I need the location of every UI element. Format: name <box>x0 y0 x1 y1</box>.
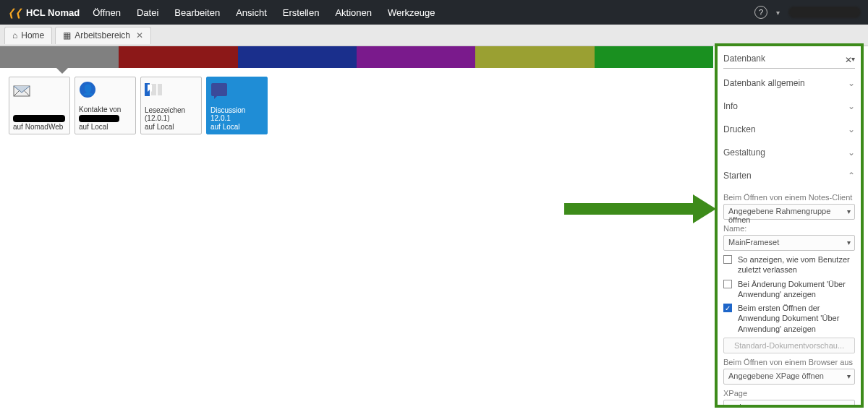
chk-restore-last-label: So anzeigen, wie vom Benutzer zuletzt ve… <box>738 254 855 275</box>
section-info-label: Info <box>723 101 738 111</box>
section-start-label: Starten <box>723 171 752 181</box>
menu-view[interactable]: Ansicht <box>236 7 267 18</box>
chk-first-open-about-label: Beim ersten Öffnen der Anwendung Dokumen… <box>738 303 855 334</box>
ws-page-green[interactable] <box>595 46 713 68</box>
tab-home[interactable]: ⌂ Home <box>4 27 52 44</box>
help-icon[interactable]: ? <box>754 6 767 19</box>
chk-first-open-about[interactable]: ✓ Beim ersten Öffnen der Anwendung Dokum… <box>723 303 855 334</box>
annotation-arrow <box>564 199 716 218</box>
section-print[interactable]: Drucken ⌄ <box>723 118 855 141</box>
chk-on-change-about[interactable]: Bei Änderung Dokument 'Über Anwendung' a… <box>723 279 855 300</box>
tile-discussion-sub: auf Local <box>210 123 263 132</box>
properties-panel: ✕ Datenbank ▾ Datenbank allgemein ⌄ Info… <box>718 46 861 405</box>
section-db-general[interactable]: Datenbank allgemein ⌄ <box>723 72 855 95</box>
ws-page-gray[interactable] <box>0 46 119 68</box>
ws-page-olive[interactable] <box>475 46 594 68</box>
chevron-down-icon: ⌄ <box>848 78 855 88</box>
checkbox-icon <box>723 280 732 288</box>
menubar-right: ? ▾ <box>754 6 861 19</box>
open-notes-select[interactable]: Angegebene Rahmengruppe öffnen ▾ <box>723 204 855 220</box>
workspace-icon: ▦ <box>63 30 71 40</box>
menu-open[interactable]: Öffnen <box>93 7 121 18</box>
menu-items: Öffnen Datei Bearbeiten Ansicht Erstelle… <box>93 7 435 18</box>
chevron-down-icon: ⌄ <box>848 101 855 111</box>
frameset-name-label: Name: <box>723 224 855 233</box>
home-icon: ⌂ <box>12 30 17 40</box>
bookmarks-icon <box>145 81 162 98</box>
section-design-label: Gestaltung <box>723 147 765 158</box>
xpage-value: main.xsp <box>728 403 760 405</box>
tab-home-label: Home <box>21 30 44 40</box>
properties-panel-highlight: ✕ Datenbank ▾ Datenbank allgemein ⌄ Info… <box>715 43 864 408</box>
menu-tools[interactable]: Werkzeuge <box>388 7 435 18</box>
contacts-icon: 👤 <box>79 81 96 98</box>
tile-contacts[interactable]: 👤 Kontakte von auf Local <box>75 77 136 134</box>
brand-logo-icon: ❬❬ <box>7 7 22 18</box>
section-print-label: Drucken <box>723 124 756 134</box>
brand-title: HCL Nomad <box>26 7 80 18</box>
tab-workspace-label: Arbeitsbereich <box>75 30 130 40</box>
tile-discussion-line1: Discussion 12.0.1 <box>210 106 263 123</box>
menu-edit[interactable]: Bearbeiten <box>174 7 220 18</box>
tile-contacts-redacted <box>79 115 119 122</box>
tile-discussion[interactable]: Discussion 12.0.1 auf Local <box>206 77 268 134</box>
close-icon[interactable]: ✕ <box>136 30 143 40</box>
section-start-body: Beim Öffnen von einem Notes-Client Angeg… <box>723 187 855 405</box>
tile-mail-sub: auf NomadWeb <box>13 123 66 132</box>
chk-restore-last[interactable]: So anzeigen, wie vom Benutzer zuletzt ve… <box>723 254 855 275</box>
open-browser-select[interactable]: Angegebene XPage öffnen ▾ <box>723 369 855 385</box>
menu-bar: ❬❬ HCL Nomad Öffnen Datei Bearbeiten Ans… <box>0 0 868 25</box>
chevron-down-icon: ⌄ <box>848 124 855 134</box>
menu-file[interactable]: Datei <box>137 7 158 18</box>
checkbox-checked-icon: ✓ <box>723 304 732 312</box>
tile-contacts-sub: auf Local <box>79 123 132 132</box>
chevron-up-icon: ⌃ <box>848 171 855 181</box>
tile-mail-redacted <box>13 115 65 122</box>
discussion-icon <box>210 81 228 98</box>
open-notes-label: Beim Öffnen von einem Notes-Client <box>723 193 855 202</box>
section-design[interactable]: Gestaltung ⌄ <box>723 141 855 164</box>
panel-type-dropdown[interactable]: Datenbank ▾ <box>723 51 855 69</box>
chk-on-change-about-label: Bei Änderung Dokument 'Über Anwendung' a… <box>738 279 855 300</box>
menu-create[interactable]: Erstellen <box>283 7 320 18</box>
brand: ❬❬ HCL Nomad <box>7 7 80 18</box>
panel-close-icon[interactable]: ✕ <box>845 55 852 65</box>
open-browser-value: Angegebene XPage öffnen <box>728 372 824 380</box>
tile-mail[interactable]: auf NomadWeb <box>9 77 70 134</box>
ws-page-red[interactable] <box>119 46 237 68</box>
checkbox-icon <box>723 255 732 264</box>
menu-actions[interactable]: Aktionen <box>335 7 372 18</box>
tile-contacts-line1: Kontakte von <box>79 106 132 114</box>
section-db-general-label: Datenbank allgemein <box>723 78 805 88</box>
tile-bookmarks-sub: auf Local <box>145 123 197 132</box>
mail-icon <box>13 81 30 98</box>
xpage-label: XPage <box>723 389 855 398</box>
panel-type-value: Datenbank <box>723 53 851 64</box>
frameset-name-select[interactable]: MainFrameset ▾ <box>723 235 855 251</box>
chevron-down-icon[interactable]: ▾ <box>776 9 780 17</box>
open-notes-value: Angegebene Rahmengruppe öffnen <box>728 207 830 224</box>
chevron-down-icon: ▾ <box>847 207 851 215</box>
tab-workspace[interactable]: ▦ Arbeitsbereich ✕ <box>55 27 151 44</box>
chevron-down-icon: ▾ <box>847 372 851 380</box>
chevron-down-icon: ▾ <box>847 403 851 405</box>
chevron-down-icon: ⌄ <box>848 147 855 158</box>
user-area-redacted <box>788 7 861 18</box>
frameset-name-value: MainFrameset <box>728 238 779 246</box>
xpage-select[interactable]: main.xsp ▾ <box>723 400 855 405</box>
tile-bookmarks[interactable]: Lesezeichen (12.0.1) auf Local <box>140 77 202 134</box>
tile-bookmarks-line1: Lesezeichen (12.0.1) <box>145 106 197 123</box>
ws-page-purple[interactable] <box>357 46 475 68</box>
section-info[interactable]: Info ⌄ <box>723 95 855 118</box>
open-browser-label: Beim Öffnen von einem Browser aus <box>723 358 855 366</box>
chevron-down-icon: ▾ <box>847 239 851 246</box>
default-doc-preview-button[interactable]: Standard-Dokumentvorschau... <box>723 338 855 353</box>
section-start[interactable]: Starten ⌃ <box>723 164 855 187</box>
ws-page-blue[interactable] <box>238 46 357 68</box>
